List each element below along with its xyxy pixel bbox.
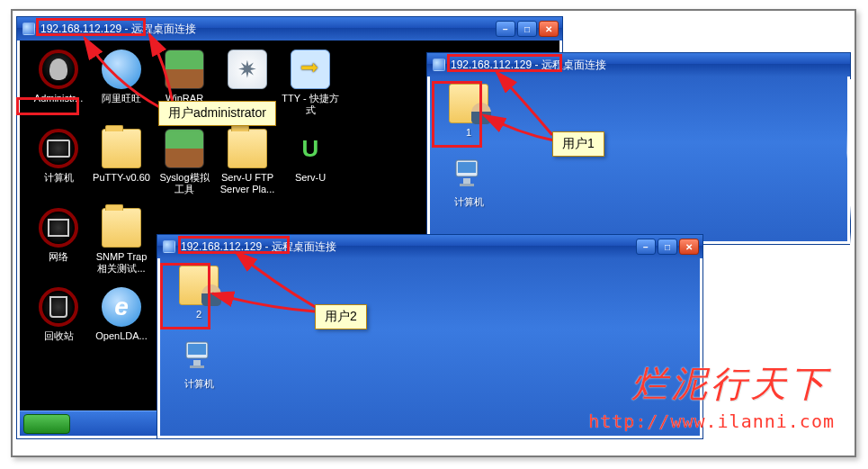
icon-label: Administr... xyxy=(29,93,88,104)
callout-user2: 用户2 xyxy=(315,304,367,329)
computer-icon[interactable]: 计算机 xyxy=(167,335,230,390)
recycle-bin-icon xyxy=(39,287,78,327)
icon-label: 计算机 xyxy=(439,196,498,208)
rdp-icon xyxy=(163,240,175,253)
minimize-button[interactable]: − xyxy=(496,21,515,37)
snmp-trap-icon xyxy=(102,208,141,248)
maximize-button[interactable]: □ xyxy=(658,239,677,255)
computer-icon xyxy=(39,129,78,168)
rdp-desktop-user1[interactable]: 1计算机 xyxy=(430,77,847,241)
icon-label: Serv-U FTP Server Pla... xyxy=(218,172,277,195)
window-buttons-admin: − □ ✕ xyxy=(496,21,559,37)
putty-folder-icon[interactable]: PuTTY-v0.60 xyxy=(90,129,153,208)
openldap-icon xyxy=(102,287,141,327)
openldap-icon[interactable]: OpenLDA... xyxy=(90,287,153,366)
servu-ftp-icon xyxy=(228,129,267,168)
syslog-icon xyxy=(165,129,204,168)
svg-rect-6 xyxy=(193,360,201,365)
minimize-button[interactable]: − xyxy=(636,239,656,255)
icon-label: Serv-U xyxy=(281,172,340,184)
rdp-window-user1[interactable]: 192.168.112.129 - 远程桌面连接 1计算机 xyxy=(426,52,851,245)
callout-user1: 用户1 xyxy=(552,131,604,157)
icon-label: 阿里旺旺 xyxy=(92,93,151,104)
svg-rect-7 xyxy=(190,365,204,368)
close-button[interactable]: ✕ xyxy=(679,239,699,255)
icon-label: 回收站 xyxy=(29,330,88,342)
user2-folder-icon[interactable]: 2 xyxy=(167,266,230,320)
computer-icon xyxy=(449,153,488,193)
computer-icon[interactable]: 计算机 xyxy=(27,129,90,208)
snmp-trap-icon[interactable]: SNMP Trap相关测试... xyxy=(90,208,153,287)
rdp-window-user2[interactable]: 192.168.112.129 - 远程桌面连接 − □ ✕ 2计算机 xyxy=(157,234,703,439)
computer-icon[interactable]: 计算机 xyxy=(437,153,500,208)
servu-ftp-icon[interactable]: Serv-U FTP Server Pla... xyxy=(216,129,279,208)
close-button[interactable]: ✕ xyxy=(539,21,559,37)
title-text-user1: 192.168.112.129 - 远程桌面连接 xyxy=(451,58,846,73)
title-text-user2: 192.168.112.129 - 远程桌面连接 xyxy=(181,239,636,255)
svg-rect-3 xyxy=(460,184,474,186)
title-text-admin: 192.168.112.129 - 远程桌面连接 xyxy=(40,22,496,37)
callout-admin: 用户administrator xyxy=(158,101,276,126)
icon-label: OpenLDA... xyxy=(92,330,151,342)
icon-label: 网络 xyxy=(29,251,88,263)
recycle-bin-icon[interactable]: 回收站 xyxy=(27,287,90,366)
start-button[interactable] xyxy=(23,414,70,434)
icon-label: 计算机 xyxy=(169,378,228,390)
icon-label: 1 xyxy=(439,127,498,139)
syslog-icon[interactable]: Syslog模拟工具 xyxy=(153,129,216,208)
torn-edge-bottom xyxy=(13,443,855,455)
composite-canvas: 192.168.112.129 - 远程桌面连接 − □ ✕ Administr… xyxy=(11,9,856,457)
icon-label: SNMP Trap相关测试... xyxy=(92,251,151,275)
window-buttons-user2: − □ ✕ xyxy=(636,239,699,255)
winrar-icon xyxy=(165,50,204,89)
network-icon xyxy=(39,208,78,248)
servu-icon[interactable]: Serv-U xyxy=(279,129,342,208)
watermark-url: http://www.ilanni.com xyxy=(588,410,835,432)
watermark-text: 烂泥行天下 xyxy=(631,359,829,409)
network-icon[interactable]: 网络 xyxy=(27,208,90,287)
rdp-icon xyxy=(22,23,35,35)
rdp-icon xyxy=(433,59,445,71)
user1-folder-icon[interactable]: 1 xyxy=(437,84,500,139)
administrator-icon xyxy=(39,50,78,89)
gear-icon xyxy=(228,50,267,89)
aliwangwang-icon[interactable]: 阿里旺旺 xyxy=(90,50,153,129)
administrator-icon[interactable]: Administr... xyxy=(27,50,90,129)
titlebar-user1[interactable]: 192.168.112.129 - 远程桌面连接 xyxy=(427,53,850,77)
user2-folder-icon xyxy=(179,266,219,305)
svg-rect-1 xyxy=(458,162,476,173)
icon-label: PuTTY-v0.60 xyxy=(92,172,151,184)
icon-label: TTY - 快捷方式 xyxy=(281,93,340,116)
svg-rect-5 xyxy=(188,344,206,355)
icon-label: 2 xyxy=(169,309,228,320)
aliwangwang-icon xyxy=(102,50,141,89)
titlebar-user2[interactable]: 192.168.112.129 - 远程桌面连接 − □ ✕ xyxy=(157,235,702,258)
putty-folder-icon xyxy=(102,129,141,168)
svg-rect-2 xyxy=(463,178,470,184)
putty-shortcut-icon[interactable]: TTY - 快捷方式 xyxy=(279,50,342,129)
user1-folder-icon xyxy=(449,84,488,123)
maximize-button[interactable]: □ xyxy=(517,21,537,37)
titlebar-admin[interactable]: 192.168.112.129 - 远程桌面连接 − □ ✕ xyxy=(17,17,562,41)
icon-label: Syslog模拟工具 xyxy=(155,172,214,195)
rdp-desktop-user2[interactable]: 2计算机 xyxy=(160,258,700,436)
icon-label: 计算机 xyxy=(29,172,88,184)
putty-shortcut-icon xyxy=(291,50,330,89)
computer-icon xyxy=(179,335,219,374)
servu-icon xyxy=(291,129,330,168)
